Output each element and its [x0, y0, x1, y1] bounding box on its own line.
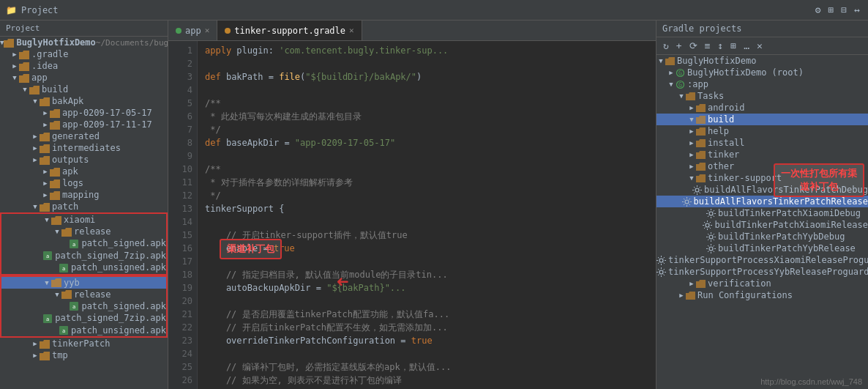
file-tree-item-app0209-1[interactable]: ▶ app-0209-17-05-17	[0, 107, 168, 119]
tree-arrow-intermediates[interactable]: ▶	[31, 144, 40, 152]
tree-arrow-tinkerPatch[interactable]: ▶	[31, 340, 40, 347]
gradle-item-task-tinkerSupportXiaomi[interactable]: tinkerSupportProcessXiaomiReleaseProguar…	[656, 254, 868, 266]
gradle-item-tinker[interactable]: ▶tinker	[656, 149, 868, 160]
gradle-arrow-tinker[interactable]: ▶	[687, 151, 696, 158]
file-tree-item-patch-signed-7zip[interactable]: a patch_signed_7zip.apk	[0, 250, 168, 262]
gradle-arrow-tinker-support-node[interactable]: ▼	[687, 174, 696, 182]
file-tree-item-outputs[interactable]: ▶ outputs	[0, 154, 168, 166]
tree-arrow-apk[interactable]: ▶	[41, 168, 50, 175]
tree-arrow-app0209-1[interactable]: ▶	[41, 109, 50, 116]
file-tree-item-idea[interactable]: ▶ .idea	[0, 60, 168, 72]
tree-arrow-generated[interactable]: ▶	[31, 133, 40, 140]
tree-arrow-logs[interactable]: ▶	[41, 179, 50, 187]
gradle-refresh-btn[interactable]: ↻	[661, 40, 671, 52]
tree-icon-mapping	[50, 190, 60, 200]
gradle-arrow-build-node[interactable]: ▼	[687, 116, 696, 123]
gradle-arrow-install[interactable]: ▶	[687, 139, 696, 147]
file-tree-item-patch-signed[interactable]: a patch_signed.apk	[0, 237, 168, 250]
file-tree-item-yyb-patch-7zip[interactable]: a patch_signed_7zip.apk	[0, 312, 168, 325]
file-tree-item-tinkerPatch[interactable]: ▶ tinkerPatch	[0, 338, 168, 349]
file-tree-item-tmp[interactable]: ▶ tmp	[0, 349, 168, 361]
gradle-add-btn[interactable]: +	[674, 40, 684, 52]
gradle-expand-btn[interactable]: ↕	[715, 40, 725, 52]
gradle-item-run-configs[interactable]: ▶Run Configurations	[656, 289, 868, 301]
gradle-item-root[interactable]: ▼BuglyHotfixDemo	[656, 55, 868, 67]
file-tree-item-xiaomi-release[interactable]: ▼ release	[0, 226, 168, 237]
tree-arrow-mapping[interactable]: ▶	[41, 191, 50, 199]
line-number-1: 1	[173, 44, 192, 57]
gradle-layout-btn[interactable]: ⊞	[728, 40, 738, 52]
file-tree-item-patch[interactable]: ▼ patch	[0, 201, 168, 212]
gradle-item-task-buildAllFlavorsRelease[interactable]: buildAllFlavorsTinkerPatchRelease	[656, 196, 868, 207]
tree-arrow-app0209-2[interactable]: ▶	[41, 121, 50, 128]
tree-arrow-idea[interactable]: ▶	[10, 62, 19, 70]
file-tree-item-yyb-patch-unsigned[interactable]: a patch_unsigned.apk	[0, 325, 168, 338]
tab-app[interactable]: app ✕	[168, 21, 217, 40]
gradle-arrow-help[interactable]: ▶	[687, 127, 696, 135]
file-tree-item-build[interactable]: ▼ build	[0, 84, 168, 95]
file-tree-item-gradle[interactable]: ▶ .gradle	[0, 48, 168, 60]
tab-tinker-support[interactable]: tinker-support.gradle ✕	[217, 21, 362, 40]
file-tree-item-app[interactable]: ▼ app	[0, 72, 168, 84]
tree-arrow-xiaomi-release[interactable]: ▼	[53, 228, 61, 235]
tree-arrow-yyb-release[interactable]: ▼	[53, 291, 61, 298]
tree-arrow-build[interactable]: ▼	[20, 86, 29, 93]
tab-tinker-close[interactable]: ✕	[349, 26, 354, 35]
gradle-item-app-node[interactable]: ▼G:app	[656, 78, 868, 90]
file-tree-item-yyb-patch-signed[interactable]: a patch_signed.apk	[0, 300, 168, 313]
tree-icon-apk	[50, 166, 60, 177]
file-tree-item-mapping[interactable]: ▶ mapping	[0, 189, 168, 201]
gradle-more-btn[interactable]: …	[741, 40, 752, 52]
file-tree-item-xiaomi[interactable]: ▼ xiaomi	[0, 212, 168, 226]
tree-label-xiaomi: xiaomi	[64, 215, 95, 225]
gradle-item-task-buildTinkerXiaomiDebug[interactable]: buildTinkerPatchXiaomiDebug	[656, 207, 868, 219]
code-area[interactable]: apply plugin: 'com.tencent.bugly.tinker-…	[198, 41, 656, 389]
gradle-item-verification[interactable]: ▶verification	[656, 278, 868, 289]
tree-arrow-app[interactable]: ▼	[10, 74, 19, 81]
gradle-arrow-run-configs[interactable]: ▶	[677, 292, 686, 299]
resize-icon[interactable]: ↔	[852, 4, 862, 16]
gradle-item-build-node[interactable]: ▼build	[656, 114, 868, 125]
tree-arrow-bakApk[interactable]: ▼	[31, 97, 40, 105]
gradle-arrow-app-node[interactable]: ▼	[667, 81, 676, 88]
gradle-arrow-verification[interactable]: ▶	[687, 280, 696, 287]
gradle-item-install[interactable]: ▶install	[656, 137, 868, 149]
gradle-reload-btn[interactable]: ⟳	[687, 40, 700, 52]
gradle-item-root-sub[interactable]: ▶GBuglyHotfixDemo (root)	[656, 67, 868, 78]
gradle-item-task-tinkerSupportYyb[interactable]: tinkerSupportProcessYybReleaseProguard	[656, 266, 868, 278]
tree-arrow-xiaomi[interactable]: ▼	[42, 216, 51, 223]
tab-app-close[interactable]: ✕	[205, 26, 210, 35]
panel-header-title: Project	[6, 23, 40, 33]
file-tree-item-bakApk[interactable]: ▼ bakApk	[0, 95, 168, 107]
file-tree-item-yyb[interactable]: ▼ yyb	[0, 275, 168, 289]
file-tree-item-generated[interactable]: ▶ generated	[0, 130, 168, 142]
gradle-arrow-android[interactable]: ▶	[687, 104, 696, 111]
gradle-item-help[interactable]: ▶help	[656, 125, 868, 137]
gradle-item-task-buildTinkerYybDebug[interactable]: buildTinkerPatchYybDebug	[656, 231, 868, 242]
settings-icon[interactable]: ⚙	[813, 4, 823, 16]
file-tree-item-root[interactable]: ▼ BuglyHotfixDemo ~/Documents/bugly/code…	[0, 37, 168, 48]
gradle-close-btn[interactable]: ✕	[755, 40, 765, 52]
gradle-item-task-buildTinkerXiaomiRelease[interactable]: buildTinkerPatchXiaomiRelease	[656, 219, 868, 231]
gradle-item-task-buildTinkerYybRelease[interactable]: buildTinkerPatchYybRelease	[656, 242, 868, 254]
gradle-item-android[interactable]: ▶android	[656, 102, 868, 114]
tree-arrow-outputs[interactable]: ▶	[31, 156, 40, 163]
tree-arrow-gradle[interactable]: ▶	[10, 51, 19, 58]
gradle-arrow-tasks[interactable]: ▼	[677, 92, 686, 100]
tree-arrow-yyb[interactable]: ▼	[42, 279, 51, 286]
gradle-menu-btn[interactable]: ≡	[703, 40, 713, 52]
file-tree-item-yyb-release[interactable]: ▼ release	[0, 289, 168, 300]
file-tree-item-logs[interactable]: ▶ logs	[0, 177, 168, 189]
tree-arrow-tmp[interactable]: ▶	[31, 352, 40, 359]
expand-icon[interactable]: ⊞	[826, 4, 837, 16]
gradle-arrow-root-sub[interactable]: ▶	[667, 69, 676, 76]
file-tree-item-intermediates[interactable]: ▶ intermediates	[0, 142, 168, 154]
file-tree-item-apk[interactable]: ▶ apk	[0, 166, 168, 177]
gradle-arrow-root[interactable]: ▼	[656, 57, 665, 64]
gradle-arrow-other[interactable]: ▶	[687, 163, 696, 170]
gradle-item-tasks[interactable]: ▼Tasks	[656, 90, 868, 102]
file-tree-item-app0209-2[interactable]: ▶ app-0209-17-11-17	[0, 119, 168, 130]
tree-arrow-patch[interactable]: ▼	[31, 203, 40, 210]
collapse-icon[interactable]: ⊟	[839, 4, 849, 16]
file-tree-item-patch-unsigned[interactable]: a patch_unsigned.apk	[0, 262, 168, 275]
